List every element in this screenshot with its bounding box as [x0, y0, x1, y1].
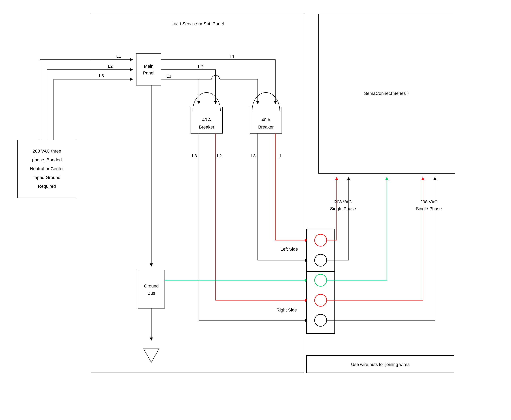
sub-panel-box [91, 14, 304, 373]
phaseA-l2: Single Phase [330, 206, 356, 211]
lbl-l3-out: L3 [166, 74, 171, 79]
source-l2: phase, Bonded [32, 157, 62, 162]
lbl-br2-l1: L1 [277, 153, 281, 158]
source-l4: taped Ground [33, 175, 61, 180]
source-l3: Neutral or Center [30, 166, 64, 171]
source-l5: Required [38, 184, 56, 189]
terminal-blk-2 [315, 314, 327, 326]
breaker2-l2: Breaker [258, 125, 273, 129]
breaker2-l1: 40 A [262, 117, 270, 122]
terminal-grn [315, 274, 327, 286]
lbl-br2-l3: L3 [251, 153, 256, 158]
wire-term3-up [327, 179, 387, 280]
semaconnect-label: SemaConnect Series 7 [364, 91, 409, 96]
wiring-diagram: Load Service or Sub Panel SemaConnect Se… [0, 0, 511, 420]
phaseB-l2: Single Phase [416, 206, 442, 211]
terminal-red-1 [315, 234, 327, 246]
leftside-label: Left Side [280, 247, 298, 252]
lbl-l2-out: L2 [198, 64, 203, 69]
phaseA-l1: 208 VAC [334, 199, 352, 204]
phaseB-l1: 208 VAC [420, 199, 438, 204]
breaker1-l1: 40 A [202, 117, 211, 122]
breaker1-l2: Breaker [199, 125, 214, 129]
mainpanel-l2: Panel [143, 70, 154, 75]
rightside-label: Right Side [277, 308, 297, 313]
lbl-l1-in: L1 [116, 54, 121, 59]
groundbus-l2: Bus [147, 291, 155, 296]
lbl-l1-out: L1 [230, 54, 234, 59]
lbl-br1-l3: L3 [192, 153, 197, 158]
main-panel-box [136, 54, 161, 85]
groundbus-l1: Ground [144, 284, 159, 288]
source-l1: 208 VAC three [33, 149, 61, 154]
lbl-br1-l2: L2 [217, 153, 222, 158]
groundbus-box [138, 270, 165, 308]
wirenuts-label: Use wire nuts for joining wires [351, 362, 410, 367]
panel-title: Load Service or Sub Panel [171, 21, 224, 26]
mainpanel-l1: Main [144, 64, 154, 69]
wire-term4-up [327, 179, 423, 300]
terminal-blk-1 [315, 254, 327, 266]
terminal-red-2 [315, 294, 327, 306]
lbl-l2-in: L2 [108, 64, 113, 69]
lbl-l3-in: L3 [99, 73, 104, 78]
